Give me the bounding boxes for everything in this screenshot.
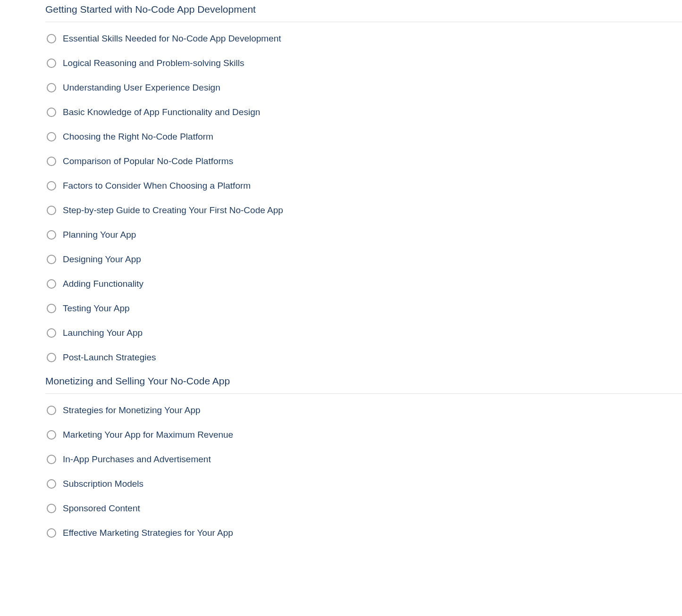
circle-checkbox-icon[interactable] xyxy=(47,504,56,513)
lesson-label: Effective Marketing Strategies for Your … xyxy=(63,528,233,538)
lesson-item[interactable]: Post-Launch Strategies xyxy=(45,345,682,370)
lesson-item[interactable]: Launching Your App xyxy=(45,321,682,345)
course-section: Getting Started with No-Code App Develop… xyxy=(45,0,682,372)
circle-checkbox-icon[interactable] xyxy=(47,132,56,142)
lesson-label: Choosing the Right No-Code Platform xyxy=(63,132,213,142)
lesson-item[interactable]: Sponsored Content xyxy=(45,496,682,521)
circle-checkbox-icon[interactable] xyxy=(47,353,56,362)
lesson-label: In-App Purchases and Advertisement xyxy=(63,454,211,465)
lesson-label: Testing Your App xyxy=(63,303,130,314)
lesson-label: Launching Your App xyxy=(63,328,143,338)
circle-checkbox-icon[interactable] xyxy=(47,279,56,289)
lesson-item[interactable]: In-App Purchases and Advertisement xyxy=(45,447,682,472)
circle-checkbox-icon[interactable] xyxy=(47,406,56,415)
circle-checkbox-icon[interactable] xyxy=(47,58,56,68)
circle-checkbox-icon[interactable] xyxy=(47,83,56,92)
circle-checkbox-icon[interactable] xyxy=(47,34,56,43)
circle-checkbox-icon[interactable] xyxy=(47,328,56,338)
lesson-label: Strategies for Monetizing Your App xyxy=(63,405,201,416)
circle-checkbox-icon[interactable] xyxy=(47,108,56,117)
course-section: Monetizing and Selling Your No-Code App … xyxy=(45,372,682,547)
lesson-label: Planning Your App xyxy=(63,230,136,240)
lesson-label: Adding Functionality xyxy=(63,279,143,289)
circle-checkbox-icon[interactable] xyxy=(47,455,56,464)
section-items: Essential Skills Needed for No-Code App … xyxy=(45,22,682,372)
circle-checkbox-icon[interactable] xyxy=(47,304,56,313)
circle-checkbox-icon[interactable] xyxy=(47,255,56,264)
lesson-label: Post-Launch Strategies xyxy=(63,352,156,363)
circle-checkbox-icon[interactable] xyxy=(47,181,56,191)
lesson-item[interactable]: Adding Functionality xyxy=(45,272,682,296)
lesson-item[interactable]: Understanding User Experience Design xyxy=(45,75,682,100)
lesson-item[interactable]: Choosing the Right No-Code Platform xyxy=(45,125,682,149)
lesson-label: Logical Reasoning and Problem-solving Sk… xyxy=(63,58,244,68)
lesson-label: Comparison of Popular No-Code Platforms xyxy=(63,156,233,166)
circle-checkbox-icon[interactable] xyxy=(47,479,56,489)
lesson-label: Designing Your App xyxy=(63,254,141,265)
lesson-item[interactable]: Marketing Your App for Maximum Revenue xyxy=(45,423,682,447)
lesson-label: Essential Skills Needed for No-Code App … xyxy=(63,33,281,44)
course-outline-container: Getting Started with No-Code App Develop… xyxy=(0,0,682,547)
lesson-label: Step-by-step Guide to Creating Your Firs… xyxy=(63,205,283,216)
lesson-item[interactable]: Essential Skills Needed for No-Code App … xyxy=(45,26,682,51)
lesson-label: Subscription Models xyxy=(63,479,143,489)
lesson-label: Factors to Consider When Choosing a Plat… xyxy=(63,181,251,191)
lesson-label: Understanding User Experience Design xyxy=(63,83,220,93)
lesson-item[interactable]: Designing Your App xyxy=(45,247,682,272)
circle-checkbox-icon[interactable] xyxy=(47,157,56,166)
section-items: Strategies for Monetizing Your App Marke… xyxy=(45,394,682,547)
lesson-item[interactable]: Comparison of Popular No-Code Platforms xyxy=(45,149,682,174)
lesson-label: Marketing Your App for Maximum Revenue xyxy=(63,430,233,440)
lesson-item[interactable]: Factors to Consider When Choosing a Plat… xyxy=(45,174,682,198)
lesson-item[interactable]: Strategies for Monetizing Your App xyxy=(45,398,682,423)
lesson-item[interactable]: Step-by-step Guide to Creating Your Firs… xyxy=(45,198,682,223)
circle-checkbox-icon[interactable] xyxy=(47,430,56,440)
lesson-item[interactable]: Basic Knowledge of App Functionality and… xyxy=(45,100,682,125)
lesson-label: Sponsored Content xyxy=(63,503,140,514)
lesson-item[interactable]: Subscription Models xyxy=(45,472,682,496)
lesson-item[interactable]: Planning Your App xyxy=(45,223,682,247)
circle-checkbox-icon[interactable] xyxy=(47,230,56,240)
lesson-item[interactable]: Testing Your App xyxy=(45,296,682,321)
lesson-item[interactable]: Effective Marketing Strategies for Your … xyxy=(45,521,682,545)
circle-checkbox-icon[interactable] xyxy=(47,206,56,215)
circle-checkbox-icon[interactable] xyxy=(47,528,56,538)
lesson-label: Basic Knowledge of App Functionality and… xyxy=(63,107,260,117)
section-title: Getting Started with No-Code App Develop… xyxy=(45,0,682,22)
section-title: Monetizing and Selling Your No-Code App xyxy=(45,372,682,394)
lesson-item[interactable]: Logical Reasoning and Problem-solving Sk… xyxy=(45,51,682,75)
